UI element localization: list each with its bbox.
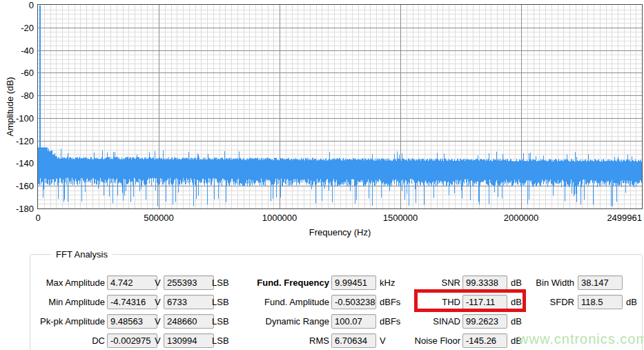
y-tick-label: -160 [0,181,34,191]
y-tick-label: -40 [0,46,34,56]
dynamic-range-field[interactable]: 100.07 [331,314,376,329]
y-axis-title: Amplitude (dB) [5,5,17,208]
y-tick-label: -140 [0,158,34,168]
fund-amplitude-field[interactable]: -0.503238 [331,295,376,309]
bin-width-field[interactable]: 38.147 [578,275,623,290]
y-tick-label: -120 [0,136,34,146]
rms-field[interactable]: 6.70634 [331,333,376,348]
max-amplitude-volts-unit: V [155,275,161,290]
min-amplitude-lsb-field[interactable]: 6733 [164,295,214,309]
x-tick-label: 1000000 [262,213,297,223]
bin-width-label: Bin Width [504,275,574,290]
fund-frequency-field[interactable]: 9.99451 [331,275,376,290]
pkpk-amplitude-volts-unit: V [155,314,161,329]
dc-lsb-field[interactable]: 130994 [164,333,214,348]
noise-floor-label: Noise Floor [387,333,460,348]
max-amplitude-lsb-field[interactable]: 255393 [164,275,214,290]
dynamic-range-label: Dynamic Range [235,314,329,329]
watermark: www.cntronics.com [518,331,644,347]
y-tick-label: -80 [0,90,34,101]
min-amplitude-volts-unit: V [155,295,161,309]
dc-volts-unit: V [155,333,161,348]
max-amplitude-volts-field[interactable]: 4.742 [107,275,157,290]
min-amplitude-label: Min Amplitude [28,295,105,309]
spectrum-plot-canvas [38,5,642,208]
x-tick-label: 500000 [144,213,173,223]
fft-analysis-group-title: FFT Analysis [51,249,113,260]
y-tick-label: 0 [0,0,34,10]
min-amplitude-lsb-unit: LSB [212,295,229,309]
pkpk-amplitude-label: Pk-pk Amplitude [28,314,105,329]
min-amplitude-volts-field[interactable]: -4.74316 [107,295,157,309]
y-tick-label: -100 [0,113,34,124]
x-tick-label: 2000000 [504,213,539,223]
pkpk-amplitude-volts-field[interactable]: 9.48563 [107,314,157,329]
max-amplitude-lsb-unit: LSB [212,275,229,290]
x-tick-label: 0 [35,213,40,223]
y-tick-label: -20 [0,23,34,33]
pkpk-amplitude-lsb-field[interactable]: 248660 [164,314,214,329]
plot-area [37,4,643,209]
rms-label: RMS [235,333,329,348]
sfdr-field[interactable]: 118.5 [578,295,623,309]
y-tick-label: -60 [0,68,34,78]
snr-label: SNR [387,275,460,290]
dc-volts-field[interactable]: -0.002975 [107,333,157,348]
sinad-unit: dB [511,314,522,329]
x-tick-label: 1500000 [383,213,418,223]
pkpk-amplitude-lsb-unit: LSB [212,314,229,329]
sinad-label: SINAD [387,314,460,329]
snr-field[interactable]: 99.3338 [462,275,507,290]
thd-field[interactable]: -117.11 [462,295,507,309]
thd-label: THD [387,295,460,309]
fund-amplitude-label: Fund. Amplitude [235,295,329,309]
noise-floor-field[interactable]: -145.26 [462,333,507,348]
max-amplitude-label: Max Amplitude [28,275,105,290]
fft-analyzer-window: Amplitude (dB) 0-20-40-60-80-100-120-140… [0,0,644,350]
sfdr-label: SFDR [504,295,574,309]
fund-frequency-label: Fund. Frequency [235,275,329,290]
x-tick-label: 2499961 [607,213,642,223]
dc-lsb-unit: LSB [212,333,229,348]
x-axis-title: Frequency (Hz) [38,227,642,237]
sfdr-unit: dB [626,295,637,309]
sinad-field[interactable]: 99.2623 [462,314,507,329]
y-tick-label: -180 [0,204,34,214]
rms-unit: V [380,333,386,348]
dc-label: DC [28,333,105,348]
